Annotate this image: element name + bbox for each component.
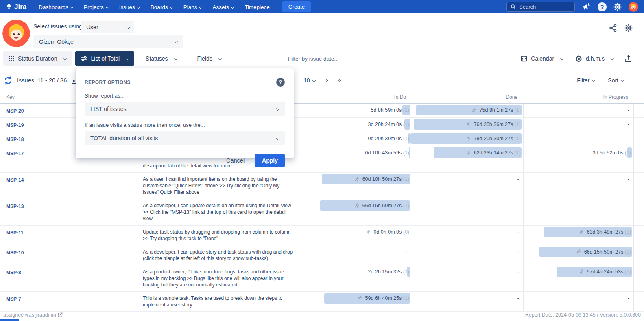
select-issues-label: Select issues using [33, 23, 82, 30]
nav-item-plans[interactable]: Plans [183, 4, 202, 10]
duration-value: 76d 20h 36m 27s (1) [466, 121, 521, 127]
duration-cell-todo: 5d 8h 59m 0s (1) [301, 104, 412, 117]
statuses-button[interactable]: Statuses [141, 51, 181, 66]
search-icon [511, 4, 516, 9]
refresh-icon[interactable] [4, 76, 12, 85]
duration-value: 63d 3h 48m 27s (1) [579, 229, 631, 235]
duration-value: 75d 8h 1m 27s (1) [472, 107, 521, 113]
footer-change-text: assignee was jiraadmin [3, 312, 56, 318]
duration-value: 0d 20h 30m 0s (1) [368, 136, 409, 141]
selected-user-avatar [2, 20, 30, 47]
nav-item-boards[interactable]: Boards [151, 4, 172, 10]
empty-duration: - [628, 176, 631, 182]
filter-button[interactable]: Filter [577, 77, 595, 84]
table-row: MSP-10 As a developer, I can update stor… [0, 245, 644, 265]
issue-source-value: User [86, 24, 98, 30]
nav-item-issues[interactable]: Issues [119, 4, 140, 10]
duration-cell-done: - [412, 265, 523, 291]
avatar-face-icon [2, 20, 30, 47]
share-icon[interactable] [609, 24, 617, 32]
show-report-select[interactable]: LIST of issues [85, 102, 285, 116]
nav-item-timepiece[interactable]: Timepiece [245, 4, 270, 10]
time-format-button[interactable]: d.h.m.s [574, 51, 614, 66]
duration-cell-todo: 59d 6h 40m 25s (1) [301, 292, 412, 311]
search-input[interactable] [519, 4, 568, 10]
popup-help-icon[interactable]: ? [276, 78, 285, 87]
duration-cell-inprogress: - [523, 132, 634, 146]
duration-cell-done: 62d 23h 14m 27s (1) [412, 146, 523, 172]
runner-icon [576, 249, 581, 254]
megaphone-icon[interactable] [582, 3, 591, 11]
nav-right: ? [506, 2, 638, 12]
duration-cell-inprogress: - [523, 292, 634, 311]
col-header-todo[interactable]: To Do [301, 94, 412, 103]
duration-cell-todo: - [301, 245, 412, 265]
runner-icon [354, 176, 360, 182]
issue-key-link[interactable]: MSP-11 [6, 230, 24, 236]
calendar-button[interactable]: Calendar [520, 51, 564, 66]
export-icon[interactable] [625, 55, 632, 63]
duration-cell-inprogress: - [523, 173, 634, 199]
issue-source-select[interactable]: User [81, 21, 134, 33]
report-options-popup: REPORT OPTIONS ? Show report as... LIST … [76, 68, 294, 158]
table-row: MSP-8 As a product owner, I'd like to in… [0, 265, 644, 292]
page-size-select[interactable]: 10 [303, 77, 315, 84]
duration-cell-done: 75d 8h 1m 27s (1) [412, 104, 523, 117]
issue-key-link[interactable]: MSP-8 [6, 270, 21, 275]
issue-key-link[interactable]: MSP-10 [6, 250, 24, 256]
create-button[interactable]: Create [282, 1, 311, 12]
cancel-button[interactable]: Cancel [226, 157, 245, 164]
duration-value: 60d 10h 50m 27s (1) [354, 176, 409, 182]
col-header-done[interactable]: Done [412, 94, 523, 103]
duration-value: 3d 5h 52m 0s (1) [593, 150, 631, 156]
settings-gear-icon[interactable] [613, 3, 622, 11]
duration-cell-inprogress: - [523, 104, 634, 117]
apply-button[interactable]: Apply [255, 154, 285, 167]
date-filter-input[interactable]: Filter by issue date... [288, 56, 339, 62]
issue-key-link[interactable]: MSP-17 [6, 151, 24, 156]
report-settings-gear-icon[interactable] [624, 24, 633, 32]
next-page-button[interactable] [325, 79, 327, 82]
empty-duration: - [517, 203, 521, 208]
duration-value: 66d 15h 50m 27s (1) [576, 249, 631, 255]
table-row: MSP-13 As a developer, I can update deta… [0, 199, 644, 226]
filter-label: Filter [577, 77, 589, 84]
fields-button[interactable]: Fields [192, 51, 226, 66]
statuses-label: Statuses [146, 55, 168, 62]
last-page-button[interactable] [337, 79, 341, 82]
sort-button[interactable]: Sort [608, 77, 624, 84]
nav-item-assets[interactable]: Assets [212, 4, 234, 10]
nav-item-dashboards[interactable]: Dashboards [39, 4, 73, 10]
issue-summary: Update task status by dragging and dropp… [140, 226, 301, 245]
footer-change-link[interactable]: assignee was jiraadmin [3, 312, 63, 318]
horizontal-scrollbar[interactable] [0, 319, 19, 321]
duration-cell-todo: 3d 20h 24m 0s (1) [301, 118, 412, 132]
clock-icon [575, 55, 582, 62]
runner-icon [579, 229, 584, 234]
issue-key-link[interactable]: MSP-18 [6, 137, 24, 142]
nav-item-projects[interactable]: Projects [84, 4, 108, 10]
issue-key-link[interactable]: MSP-20 [6, 108, 24, 114]
user-avatar[interactable] [629, 2, 638, 12]
duration-cell-inprogress: 66d 15h 50m 27s (1) [523, 245, 634, 265]
user-select[interactable]: Gizem Gökçe [33, 35, 183, 48]
search-box[interactable] [506, 2, 575, 12]
issue-key-link[interactable]: MSP-13 [6, 204, 24, 209]
report-type-button[interactable]: Status Duration [3, 51, 72, 66]
popup-title: REPORT OPTIONS [85, 80, 131, 85]
calendar-icon [521, 55, 527, 62]
time-format-label: d.h.m.s [586, 55, 605, 62]
visits-select[interactable]: TOTAL duration of all visits [85, 131, 285, 145]
duration-value: 79d 20h 30m 27s (1) [466, 136, 521, 141]
jira-logo[interactable]: Jira [6, 3, 26, 11]
pagination: 10 [291, 77, 341, 84]
page-size-value: 10 [303, 77, 310, 84]
issue-key-link[interactable]: MSP-14 [6, 177, 24, 183]
sort-label: Sort [608, 77, 618, 84]
issue-key-link[interactable]: MSP-7 [6, 296, 21, 302]
list-mode-button[interactable]: List of Total [75, 51, 135, 66]
col-header-inprogress[interactable]: In Progress [523, 94, 634, 103]
issue-key-link[interactable]: MSP-19 [6, 122, 24, 128]
empty-duration: - [517, 269, 521, 275]
help-icon[interactable]: ? [598, 2, 607, 11]
